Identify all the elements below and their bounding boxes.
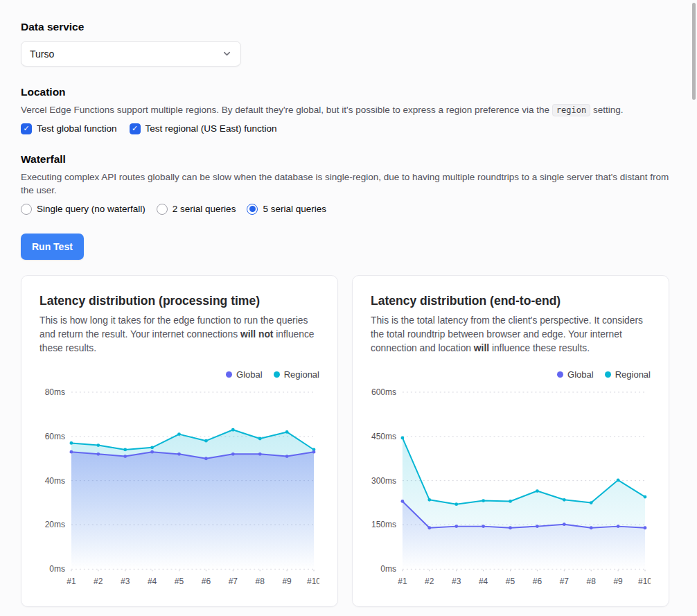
svg-text:#6: #6 xyxy=(533,577,542,586)
legend-label: Global xyxy=(236,369,263,380)
svg-text:#6: #6 xyxy=(202,577,211,586)
legend-label: Global xyxy=(567,369,594,380)
svg-text:#1: #1 xyxy=(67,577,76,586)
svg-text:#1: #1 xyxy=(398,577,407,586)
desc-bold-text: will xyxy=(474,343,489,353)
region-code-chip: region xyxy=(552,104,590,116)
svg-text:150ms: 150ms xyxy=(371,520,396,529)
svg-text:#10: #10 xyxy=(638,577,651,586)
location-desc-text: Vercel Edge Functions support multiple r… xyxy=(21,105,552,115)
location-checkbox-row: Test global function Test regional (US E… xyxy=(21,123,669,134)
radio-5-serial-queries[interactable]: 5 serial queries xyxy=(247,204,326,215)
checkbox-checked-icon xyxy=(21,123,32,134)
charts-container: Latency distribution (processing time) T… xyxy=(21,275,669,607)
svg-text:#5: #5 xyxy=(175,577,184,586)
chevron-down-icon xyxy=(222,49,232,59)
radio-button-icon xyxy=(247,204,258,215)
checkbox-label: Test global function xyxy=(37,123,117,134)
checkbox-label: Test regional (US East) function xyxy=(145,123,277,134)
svg-text:#3: #3 xyxy=(121,577,130,586)
svg-text:600ms: 600ms xyxy=(371,387,396,397)
svg-text:#8: #8 xyxy=(256,577,265,586)
svg-text:#8: #8 xyxy=(587,577,597,586)
svg-text:450ms: 450ms xyxy=(371,431,396,441)
latency-chart-processing-time: 0ms20ms40ms60ms80ms#1#2#3#4#5#6#7#8#9#10 xyxy=(39,385,319,592)
chart-title-processing: Latency distribution (processing time) xyxy=(39,294,319,308)
radio-single-query[interactable]: Single query (no waterfall) xyxy=(21,204,145,215)
location-section: Location Vercel Edge Functions support m… xyxy=(21,86,669,134)
svg-text:300ms: 300ms xyxy=(371,475,396,485)
chart-description-processing: This is how long it takes for the edge f… xyxy=(39,314,319,355)
chart-card-end-to-end: Latency distribution (end-to-end) This i… xyxy=(352,275,669,607)
radio-label: 2 serial queries xyxy=(173,204,236,214)
waterfall-heading: Waterfall xyxy=(21,153,669,166)
desc-bold-text: will not xyxy=(240,329,274,340)
data-service-select[interactable]: Turso xyxy=(21,41,241,67)
legend-item-global[interactable]: Global xyxy=(557,369,594,380)
chart-legend: Global Regional xyxy=(39,369,319,380)
waterfall-radio-row: Single query (no waterfall) 2 serial que… xyxy=(21,204,669,215)
regional-series-dot-icon xyxy=(274,371,280,378)
svg-text:0ms: 0ms xyxy=(49,564,65,574)
select-value: Turso xyxy=(30,49,54,60)
checkbox-test-regional-function[interactable]: Test regional (US East) function xyxy=(130,123,277,134)
svg-text:#4: #4 xyxy=(148,577,157,586)
legend-item-regional[interactable]: Regional xyxy=(605,369,651,380)
location-description: Vercel Edge Functions support multiple r… xyxy=(21,103,669,117)
radio-label: 5 serial queries xyxy=(263,204,326,214)
svg-text:40ms: 40ms xyxy=(45,475,65,485)
latency-test-page: Data service Turso Location Vercel Edge … xyxy=(0,0,697,616)
svg-text:#7: #7 xyxy=(229,577,238,586)
radio-button-icon xyxy=(21,204,32,215)
legend-label: Regional xyxy=(615,369,651,380)
regional-series-dot-icon xyxy=(605,371,611,378)
checkbox-test-global-function[interactable]: Test global function xyxy=(21,123,117,134)
svg-text:#5: #5 xyxy=(506,577,515,586)
run-test-button[interactable]: Run Test xyxy=(21,234,84,260)
svg-text:0ms: 0ms xyxy=(380,564,396,574)
svg-text:#3: #3 xyxy=(452,577,461,586)
chart-card-processing-time: Latency distribution (processing time) T… xyxy=(21,275,338,607)
svg-text:20ms: 20ms xyxy=(45,520,65,529)
desc-text-after: influence these results. xyxy=(489,343,590,353)
global-series-dot-icon xyxy=(226,371,232,378)
svg-text:80ms: 80ms xyxy=(45,387,65,397)
radio-label: Single query (no waterfall) xyxy=(37,204,145,214)
chart-legend: Global Regional xyxy=(371,369,651,380)
svg-text:#9: #9 xyxy=(613,577,623,586)
svg-text:#4: #4 xyxy=(479,577,488,586)
data-service-section: Data service Turso xyxy=(21,21,669,67)
latency-chart-end-to-end: 0ms150ms300ms450ms600ms#1#2#3#4#5#6#7#8#… xyxy=(371,385,651,592)
radio-2-serial-queries[interactable]: 2 serial queries xyxy=(157,204,236,215)
waterfall-section: Waterfall Executing complex API routes g… xyxy=(21,153,669,215)
checkbox-checked-icon xyxy=(130,123,141,134)
data-service-heading: Data service xyxy=(21,21,669,33)
chart-description-end-to-end: This is the total latency from the clien… xyxy=(371,314,651,355)
svg-text:#2: #2 xyxy=(425,577,434,586)
waterfall-description: Executing complex API routes globally ca… xyxy=(21,170,669,197)
svg-text:60ms: 60ms xyxy=(45,431,65,441)
legend-item-regional[interactable]: Regional xyxy=(274,369,319,380)
legend-item-global[interactable]: Global xyxy=(226,369,263,380)
svg-text:#9: #9 xyxy=(282,577,292,586)
svg-text:#2: #2 xyxy=(94,577,103,586)
radio-button-icon xyxy=(157,204,168,215)
chart-title-end-to-end: Latency distribution (end-to-end) xyxy=(371,294,651,308)
location-desc-text-after: setting. xyxy=(590,105,623,115)
scrollbar[interactable] xyxy=(692,3,696,100)
global-series-dot-icon xyxy=(557,371,563,378)
svg-text:#10: #10 xyxy=(307,577,319,586)
location-heading: Location xyxy=(21,86,669,98)
legend-label: Regional xyxy=(284,369,319,380)
svg-text:#7: #7 xyxy=(560,577,570,586)
